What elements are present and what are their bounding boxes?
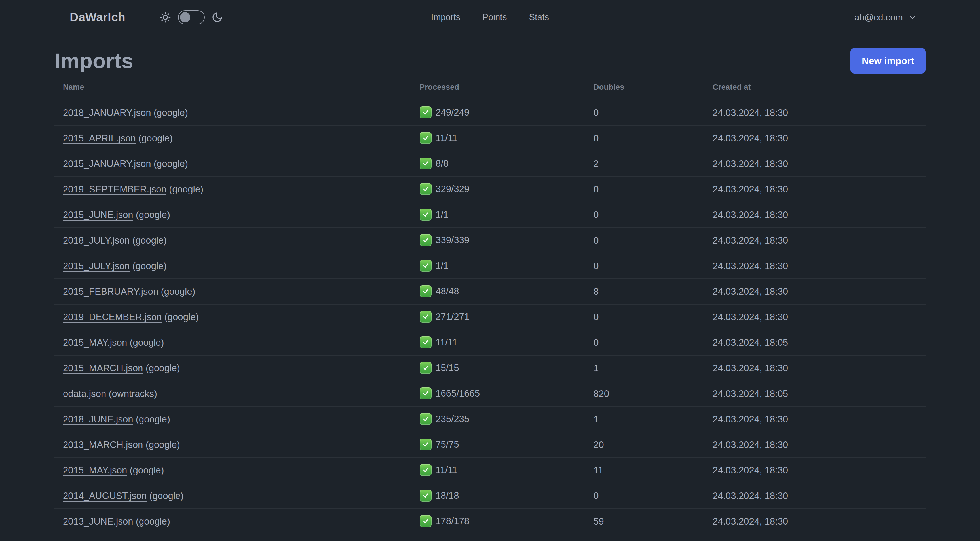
doubles-count: 0	[593, 133, 598, 143]
import-file-link[interactable]: 2018_JUNE.json	[63, 414, 133, 425]
theme-toggle[interactable]	[178, 10, 205, 24]
success-check-icon	[420, 107, 431, 118]
import-file-link[interactable]: 2014_AUGUST.json	[63, 490, 146, 501]
doubles-cell: 0	[585, 100, 704, 126]
processed-cell: 339/339	[411, 228, 585, 253]
created-at-cell: 24.03.2024, 18:30	[704, 432, 926, 458]
import-file-link[interactable]: 2015_JANUARY.json	[63, 158, 151, 169]
import-file-link[interactable]: 2015_MAY.json	[63, 337, 127, 348]
created-at: 24.03.2024, 18:05	[713, 388, 788, 399]
import-file-link[interactable]: 2015_FEBRUARY.json	[63, 286, 158, 297]
name-cell: 2015_JANUARY.json (google)	[54, 151, 411, 177]
name-cell: 2018_JANUARY.json (google)	[54, 100, 411, 126]
name-cell: 2015_JUNE.json (google)	[54, 202, 411, 228]
import-file-link[interactable]: 2015_JULY.json	[63, 260, 130, 271]
column-header-doubles: Doubles	[585, 74, 704, 100]
success-check-icon	[420, 132, 431, 144]
import-file-link[interactable]: 2015_MAY.json	[63, 465, 127, 476]
doubles-count: 2	[593, 158, 598, 169]
created-at: 24.03.2024, 18:30	[713, 133, 788, 143]
main-nav: Imports Points Stats	[431, 0, 549, 35]
created-at-cell: 24.03.2024, 18:30	[704, 151, 926, 177]
import-source: (google)	[133, 414, 170, 425]
processed-count: 18/18	[436, 490, 459, 501]
table-row: 2015_JULY.json (google) 1/1 0 24.03.2024…	[54, 253, 926, 279]
import-source: (google)	[143, 363, 180, 373]
success-check-icon	[420, 515, 431, 527]
processed-count: 11/11	[436, 132, 458, 143]
nav-link-points[interactable]: Points	[482, 12, 507, 22]
import-source: (google)	[162, 312, 199, 322]
created-at: 24.03.2024, 18:30	[713, 363, 788, 373]
new-import-button[interactable]: New import	[850, 48, 926, 73]
column-header-name: Name	[54, 74, 411, 100]
doubles-cell	[585, 534, 704, 541]
table-row: 2015_JANUARY.json (google) 8/8 2 24.03.2…	[54, 151, 926, 177]
account-email: ab@cd.com	[854, 12, 903, 23]
processed-count: 271/271	[436, 311, 469, 322]
import-file-link[interactable]: 2015_MARCH.json	[63, 363, 143, 373]
processed-cell: 11/11	[411, 126, 585, 151]
import-file-link[interactable]: 2018_JANUARY.json	[63, 107, 151, 118]
import-file-link[interactable]: 2019_DECEMBER.json	[63, 312, 162, 322]
name-cell: 2013_JUNE.json (google)	[54, 509, 411, 534]
account-menu[interactable]: ab@cd.com	[854, 12, 917, 23]
page-title: Imports	[54, 48, 134, 74]
imports-page: Imports New import Name Processed Double…	[0, 48, 980, 541]
created-at: 24.03.2024, 18:30	[713, 184, 788, 195]
doubles-cell: 0	[585, 330, 704, 355]
import-source: (google)	[167, 184, 203, 195]
import-file-link[interactable]: odata.json	[63, 388, 106, 399]
processed-count: 329/329	[436, 184, 469, 194]
success-check-icon	[420, 158, 431, 169]
processed-count: 48/48	[436, 286, 459, 296]
nav-link-imports[interactable]: Imports	[431, 12, 460, 22]
doubles-count: 0	[593, 209, 598, 220]
doubles-cell: 1	[585, 407, 704, 432]
name-cell: 2013_MARCH.json (google)	[54, 432, 411, 458]
imports-table-head: Name Processed Doubles Created at	[54, 74, 926, 100]
created-at-cell: 24.03.2024, 18:30	[704, 228, 926, 253]
created-at-cell: 24.03.2024, 18:05	[704, 381, 926, 407]
table-row: 2015_JUNE.json (google) 1/1 0 24.03.2024…	[54, 202, 926, 228]
import-file-link[interactable]: 2015_JUNE.json	[63, 209, 133, 220]
import-file-link[interactable]: 2019_SEPTEMBER.json	[63, 184, 167, 195]
processed-count: 75/75	[436, 439, 459, 450]
doubles-count: 0	[593, 184, 598, 195]
doubles-count: 820	[593, 388, 609, 399]
doubles-count: 0	[593, 260, 598, 271]
import-file-link[interactable]: 2015_APRIL.json	[63, 133, 136, 143]
doubles-count: 0	[593, 490, 598, 501]
import-file-link[interactable]: 2018_JULY.json	[63, 235, 130, 246]
moon-icon	[212, 12, 223, 23]
processed-cell: 1/1	[411, 202, 585, 228]
chevron-down-icon	[908, 13, 917, 22]
created-at-cell: 24.03.2024, 18:30	[704, 279, 926, 304]
doubles-cell: 0	[585, 126, 704, 151]
success-check-icon	[420, 362, 431, 374]
processed-cell: 15/15	[411, 355, 585, 381]
import-source: (google)	[130, 260, 167, 271]
processed-cell: 271/271	[411, 304, 585, 330]
app-logo[interactable]: DaWarIch	[70, 11, 125, 24]
nav-link-stats[interactable]: Stats	[529, 12, 549, 22]
processed-cell: 329/329	[411, 177, 585, 202]
doubles-cell: 20	[585, 432, 704, 458]
import-file-link[interactable]: 2013_JUNE.json	[63, 516, 133, 527]
import-file-link[interactable]: 2013_MARCH.json	[63, 439, 143, 450]
processed-count: 339/339	[436, 235, 469, 245]
doubles-cell: 2	[585, 151, 704, 177]
sun-icon	[159, 11, 171, 23]
table-row: 2015_MAY.json (google) 11/11 11 24.03.20…	[54, 458, 926, 483]
table-row: 2018_JULY.json (google) 339/339 0 24.03.…	[54, 228, 926, 253]
doubles-count: 0	[593, 312, 598, 322]
doubles-cell: 0	[585, 202, 704, 228]
doubles-cell: 0	[585, 483, 704, 509]
success-check-icon	[420, 260, 431, 271]
import-source: (google)	[143, 439, 180, 450]
name-cell: 2015_MAY.json (google)	[54, 458, 411, 483]
success-check-icon	[420, 413, 431, 425]
created-at: 24.03.2024, 18:30	[713, 414, 788, 425]
processed-count: 178/178	[436, 516, 469, 526]
table-row: 2015_APRIL.json (google) 11/11 0 24.03.2…	[54, 126, 926, 151]
